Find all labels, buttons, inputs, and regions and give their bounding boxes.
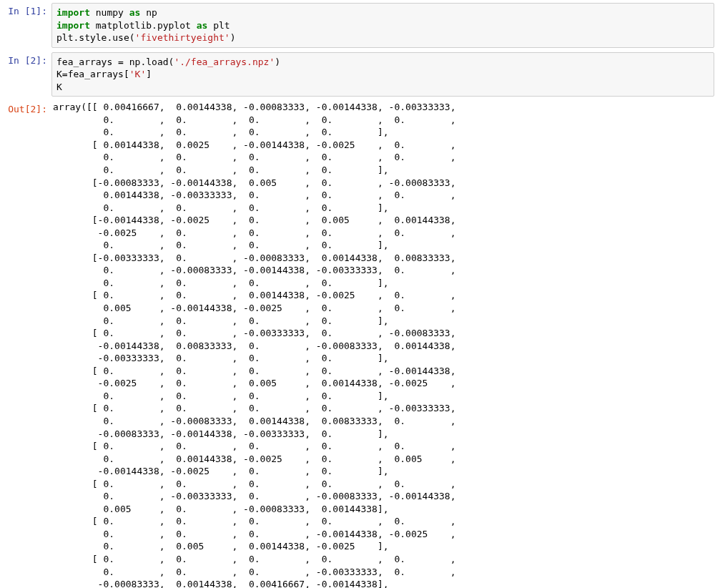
output-cell-2: Out[2]: array([[ 0.00416667, 0.00144338,… bbox=[6, 101, 714, 588]
input-prompt: In [2]: bbox=[6, 52, 51, 97]
input-prompt: In [1]: bbox=[6, 3, 51, 48]
code-cell-1: In [1]: import numpy as np import matplo… bbox=[6, 3, 714, 48]
output-content: array([[ 0.00416667, 0.00144338, -0.0008… bbox=[51, 101, 714, 588]
code-content: import numpy as np import matplotlib.pyp… bbox=[56, 6, 709, 44]
code-cell-2: In [2]: fea_arrays = np.load('./fea_arra… bbox=[6, 52, 714, 97]
code-input[interactable]: fea_arrays = np.load('./fea_arrays.npz')… bbox=[51, 52, 714, 97]
code-input[interactable]: import numpy as np import matplotlib.pyp… bbox=[51, 3, 714, 48]
output-prompt: Out[2]: bbox=[6, 101, 51, 588]
code-content: fea_arrays = np.load('./fea_arrays.npz')… bbox=[56, 56, 709, 94]
